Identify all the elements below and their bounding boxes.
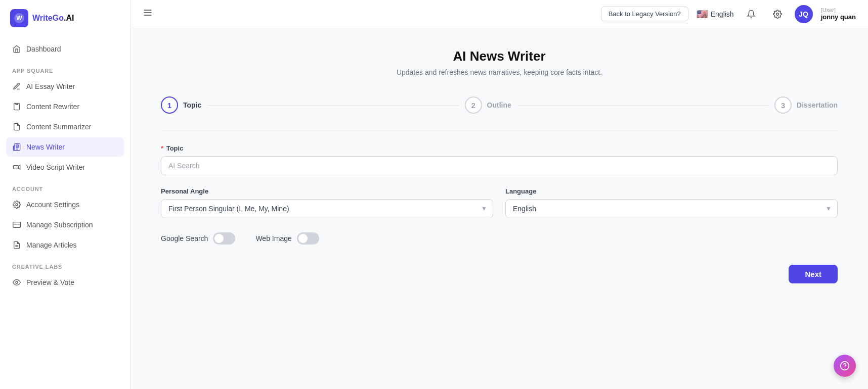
user-avatar[interactable]: JQ (795, 5, 813, 23)
pencil-icon (12, 82, 21, 91)
notifications-button[interactable] (742, 5, 760, 23)
step-1-label: Topic (183, 101, 201, 109)
home-icon (12, 44, 21, 54)
header: Back to Legacy Version? 🇺🇸 English JQ [U… (131, 0, 868, 28)
flag-icon: 🇺🇸 (697, 9, 708, 20)
user-name: jonny quan (821, 13, 856, 21)
logo-text: WriteGo.AI (32, 14, 74, 23)
credit-card-icon (12, 220, 21, 229)
video-icon (12, 163, 21, 172)
personal-angle-select[interactable]: First Person Singular (I, Me, My, Mine) … (161, 199, 493, 218)
sidebar-item-label: AI Essay Writer (26, 82, 75, 90)
topic-label: * Topic (161, 144, 838, 152)
sidebar-item-video-script-writer[interactable]: Video Script Writer (6, 158, 124, 177)
page-subtitle: Updates and refreshes news narratives, k… (161, 68, 838, 76)
web-image-toggle[interactable] (297, 232, 319, 245)
next-btn-row: Next (161, 265, 838, 283)
sidebar-item-label: Manage Articles (26, 241, 77, 249)
user-role: [User] (821, 7, 856, 13)
language-label: English (711, 10, 734, 18)
sidebar: W WriteGo.AI Dashboard APP SQUARE AI Ess… (0, 0, 131, 389)
step-2: 2 Outline (465, 96, 511, 114)
sidebar-item-content-rewriter[interactable]: Content Rewriter (6, 97, 124, 116)
svg-point-4 (16, 204, 18, 206)
gear-icon (12, 200, 21, 209)
step-1-circle: 1 (161, 96, 178, 114)
sidebar-item-news-writer[interactable]: News Writer (6, 137, 124, 157)
step-line-2 (517, 105, 768, 106)
angle-language-row: Personal Angle First Person Singular (I,… (161, 187, 838, 218)
topic-input[interactable] (161, 156, 838, 175)
svg-rect-5 (13, 222, 21, 228)
sidebar-item-label: News Writer (26, 143, 65, 151)
sidebar-item-label: Content Rewriter (26, 103, 79, 111)
articles-icon (12, 240, 21, 250)
step-line-1 (207, 105, 458, 106)
page-title: AI News Writer (161, 48, 838, 64)
sidebar-item-label: Video Script Writer (26, 163, 85, 171)
sidebar-item-label: Content Summarizer (26, 123, 91, 131)
sidebar-item-label: Dashboard (26, 45, 61, 53)
web-image-label: Web Image (255, 234, 291, 242)
svg-rect-2 (16, 103, 18, 105)
sidebar-item-dashboard[interactable]: Dashboard (6, 39, 124, 59)
toggles-row: Google Search Web Image (161, 232, 838, 245)
language-wrapper: English Spanish French German Chinese ▼ (505, 199, 838, 218)
personal-angle-label: Personal Angle (161, 187, 493, 195)
content-area: AI News Writer Updates and refreshes new… (131, 28, 868, 389)
svg-text:W: W (16, 15, 22, 22)
sidebar-item-label: Preview & Vote (26, 278, 74, 286)
svg-point-9 (16, 281, 18, 283)
language-selector[interactable]: 🇺🇸 English (697, 9, 734, 20)
step-3-circle: 3 (774, 96, 792, 114)
document-icon (12, 122, 21, 131)
settings-icon-button[interactable] (768, 5, 787, 23)
sidebar-item-manage-subscription[interactable]: Manage Subscription (6, 215, 124, 234)
sidebar-item-manage-articles[interactable]: Manage Articles (6, 235, 124, 255)
google-search-toggle[interactable] (213, 232, 235, 245)
personal-angle-wrapper: First Person Singular (I, Me, My, Mine) … (161, 199, 493, 218)
topic-field-group: * Topic (161, 144, 838, 175)
language-select[interactable]: English Spanish French German Chinese (505, 199, 838, 218)
news-icon (12, 142, 21, 152)
web-image-toggle-group: Web Image (255, 232, 319, 245)
sidebar-navigation: Dashboard APP SQUARE AI Essay Writer Con… (0, 35, 130, 297)
steps-divider (161, 130, 838, 130)
google-search-label: Google Search (161, 234, 208, 242)
help-float-button[interactable] (834, 355, 856, 377)
step-3: 3 Dissertation (774, 96, 838, 114)
step-2-label: Outline (487, 101, 511, 109)
sidebar-item-ai-essay-writer[interactable]: AI Essay Writer (6, 77, 124, 96)
sidebar-item-label: Account Settings (26, 201, 79, 209)
eye-icon (12, 278, 21, 287)
sidebar-item-account-settings[interactable]: Account Settings (6, 195, 124, 214)
language-col: Language English Spanish French German C… (505, 187, 838, 218)
personal-angle-col: Personal Angle First Person Singular (I,… (161, 187, 493, 218)
logo-icon: W (10, 9, 28, 27)
step-2-circle: 2 (465, 96, 482, 114)
sidebar-item-content-summarizer[interactable]: Content Summarizer (6, 117, 124, 136)
steps-bar: 1 Topic 2 Outline 3 Dissertation (161, 96, 838, 114)
legacy-version-button[interactable]: Back to Legacy Version? (601, 7, 688, 21)
svg-rect-3 (13, 166, 18, 169)
topic-required: * (161, 144, 163, 152)
sidebar-item-label: Manage Subscription (26, 221, 93, 229)
clipboard-icon (12, 102, 21, 111)
svg-point-13 (776, 13, 778, 15)
language-label: Language (505, 187, 838, 195)
sidebar-item-preview-vote[interactable]: Preview & Vote (6, 273, 124, 292)
app-square-label: APP SQUARE (6, 60, 124, 77)
next-button[interactable]: Next (789, 265, 838, 283)
step-3-label: Dissertation (797, 101, 838, 109)
google-search-toggle-group: Google Search (161, 232, 235, 245)
account-label: ACCOUNT (6, 178, 124, 195)
logo: W WriteGo.AI (0, 0, 130, 35)
hamburger-icon[interactable] (143, 8, 153, 20)
main-area: Back to Legacy Version? 🇺🇸 English JQ [U… (131, 0, 868, 389)
step-1: 1 Topic (161, 96, 201, 114)
creative-labs-label: CREATIVE LABS (6, 256, 124, 273)
user-info: [User] jonny quan (821, 7, 856, 21)
